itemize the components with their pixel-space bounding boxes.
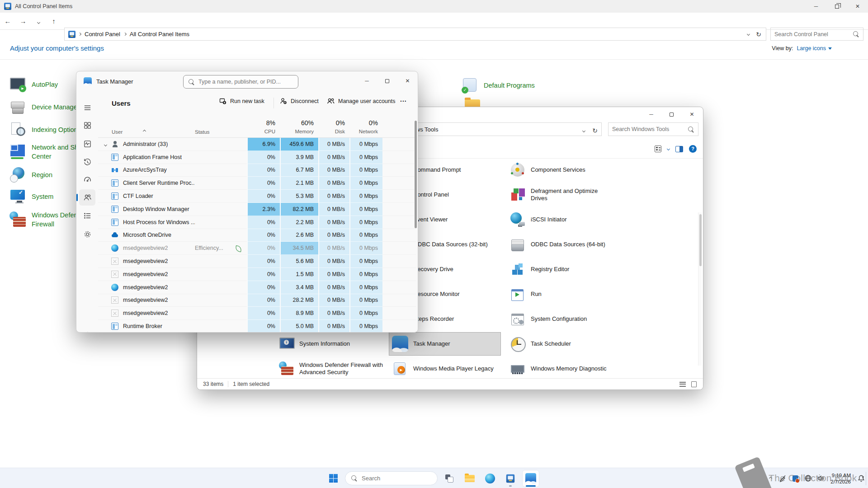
column-header-user[interactable]: User: [98, 129, 195, 137]
sidebar-item-startup-apps[interactable]: [79, 171, 95, 188]
windows-tools-item[interactable]: System Configuration: [506, 307, 618, 331]
manage-user-accounts-button[interactable]: Manage user accounts: [327, 98, 395, 105]
sidebar-item-processes[interactable]: [79, 117, 95, 133]
run-new-task-button[interactable]: Run new task: [219, 98, 264, 105]
expander-icon[interactable]: [104, 141, 107, 147]
column-header-cpu[interactable]: 8%CPU: [247, 119, 280, 137]
search-box[interactable]: [608, 122, 698, 136]
search-input[interactable]: [774, 31, 853, 38]
up-button[interactable]: ↑: [46, 17, 61, 25]
edge-button[interactable]: [481, 470, 499, 487]
history-chevron[interactable]: [31, 17, 46, 25]
scrollbar[interactable]: [698, 212, 702, 366]
settings-button[interactable]: [79, 327, 95, 333]
search-box[interactable]: [183, 75, 298, 89]
close-button[interactable]: ✕: [847, 0, 868, 13]
control-panel-item[interactable]: AutoPlay: [9, 76, 58, 93]
sidebar-item-app-history[interactable]: [79, 154, 95, 170]
windows-tools-item[interactable]: ODBC Data Sources (64-bit): [506, 233, 618, 256]
start-button[interactable]: [325, 470, 342, 487]
column-header-network[interactable]: 0%Network: [349, 119, 382, 137]
sidebar-item-users[interactable]: [79, 189, 95, 206]
control-panel-item[interactable]: Device Manager: [9, 99, 80, 116]
agent-status-tray-icon[interactable]: [789, 475, 802, 482]
column-header-memory[interactable]: 60%Memory: [280, 119, 318, 137]
address-dropdown-icon[interactable]: [582, 129, 585, 132]
pen-disabled-tray-icon[interactable]: [776, 474, 789, 482]
table-row[interactable]: Client Server Runtime Proc... 0% 2.1 MB …: [98, 177, 416, 190]
control-panel-item[interactable]: Indexing Options: [9, 121, 81, 138]
view-options-chevron-icon[interactable]: [667, 147, 670, 150]
hidden-icons-button[interactable]: [764, 477, 776, 479]
breadcrumb[interactable]: Control Panel All Control Panel Items: [79, 31, 744, 38]
more-options-button[interactable]: ...: [400, 96, 407, 103]
task-view-button[interactable]: [441, 470, 458, 487]
table-row[interactable]: CTF Loader 0% 5.3 MB 0 MB/s 0 Mbps: [98, 190, 416, 203]
task-manager-taskbar-button[interactable]: [522, 470, 539, 487]
windows-tools-item[interactable]: System Information: [275, 332, 387, 356]
table-row[interactable]: Microsoft OneDrive 0% 2.6 MB 0 MB/s 0 Mb…: [98, 229, 416, 242]
control-panel-titlebar[interactable]: All Control Panel Items ─ ✕: [0, 0, 868, 13]
windows-tools-item[interactable]: Task Scheduler: [506, 332, 618, 356]
close-button[interactable]: ✕: [397, 71, 418, 90]
view-by-control[interactable]: View by: Large icons: [772, 45, 832, 52]
table-row[interactable]: Application Frame Host 0% 3.9 MB 0 MB/s …: [98, 151, 416, 164]
forward-button[interactable]: →: [15, 17, 31, 25]
maximize-button[interactable]: [661, 108, 682, 121]
windows-tools-item[interactable]: Windows Memory Diagnostic: [506, 357, 618, 378]
sidebar-item-performance[interactable]: [79, 136, 95, 152]
close-button[interactable]: ✕: [682, 108, 702, 121]
task-manager-titlebar[interactable]: Task Manager ─ ✕: [76, 71, 418, 91]
preview-pane-icon[interactable]: [675, 146, 683, 152]
control-panel-item[interactable]: Region: [9, 166, 52, 183]
volume-tray-icon[interactable]: [814, 474, 827, 482]
taskbar-search[interactable]: [345, 471, 438, 485]
search-input[interactable]: [362, 475, 432, 482]
icons-view-icon[interactable]: [691, 381, 697, 387]
table-row[interactable]: msedgewebview2 Efficiency... 0% 34.5 MB …: [98, 242, 416, 255]
disconnect-button[interactable]: Disconnect: [280, 98, 319, 105]
back-button[interactable]: ←: [0, 17, 15, 25]
view-options-icon[interactable]: [655, 145, 661, 152]
table-row[interactable]: msedgewebview2 0% 28.2 MB 0 MB/s 0 Mbps: [98, 294, 416, 307]
control-panel-taskbar-button[interactable]: [502, 470, 519, 487]
table-row[interactable]: Administrator (33) 6.9% 459.6 MB 0 MB/s …: [98, 138, 416, 151]
show-desktop-button[interactable]: [866, 472, 868, 485]
windows-tools-item[interactable]: Component Services: [506, 159, 618, 182]
column-header-disk[interactable]: 0%Disk: [318, 119, 349, 137]
search-icon[interactable]: [688, 126, 694, 133]
table-row[interactable]: AzureArcSysTray 0% 6.7 MB 0 MB/s 0 Mbps: [98, 164, 416, 177]
minimize-button[interactable]: ─: [806, 0, 826, 13]
network-tray-icon[interactable]: [802, 474, 814, 482]
sidebar-menu-button[interactable]: [79, 99, 95, 116]
control-panel-item[interactable]: Default Programs: [461, 77, 535, 94]
clock[interactable]: 9:19 AM 2/7/2026: [830, 472, 851, 485]
windows-tools-item[interactable]: Defragment and Optimize Drives: [506, 183, 618, 206]
sidebar-item-details[interactable]: [79, 207, 95, 224]
search-input[interactable]: [198, 79, 293, 85]
scrollbar-thumb[interactable]: [415, 121, 417, 228]
table-row[interactable]: Host Process for Windows ... 0% 2.2 MB 0…: [98, 216, 416, 229]
search-input[interactable]: [612, 126, 688, 132]
windows-tools-item[interactable]: Registry Editor: [506, 258, 618, 281]
details-view-icon[interactable]: [679, 382, 686, 387]
breadcrumb-root[interactable]: Control Panel: [85, 31, 120, 38]
windows-tools-item[interactable]: Task Manager: [389, 332, 501, 356]
address-bar[interactable]: Control Panel All Control Panel Items ↻: [64, 28, 766, 41]
refresh-icon[interactable]: ↻: [592, 127, 598, 134]
windows-tools-item[interactable]: Windows Media Player Legacy: [389, 357, 501, 378]
control-panel-item[interactable]: System: [9, 188, 53, 205]
search-box[interactable]: [770, 28, 863, 41]
address-dropdown-icon[interactable]: [747, 33, 750, 36]
maximize-button[interactable]: [377, 71, 397, 90]
windows-tools-item[interactable]: Windows Defender Firewall with Advanced …: [275, 357, 387, 378]
minimize-button[interactable]: ─: [641, 108, 661, 121]
table-row[interactable]: Desktop Window Manager 2.3% 82.2 MB 0 MB…: [98, 203, 416, 216]
help-icon[interactable]: ?: [689, 145, 697, 153]
minimize-button[interactable]: ─: [357, 71, 377, 90]
sidebar-item-services[interactable]: [79, 226, 95, 242]
breadcrumb-current[interactable]: All Control Panel Items: [130, 31, 189, 38]
file-explorer-button[interactable]: [461, 470, 478, 487]
windows-tools-item[interactable]: iSCSI Initiator: [506, 208, 618, 231]
scrollbar-thumb[interactable]: [699, 214, 702, 266]
